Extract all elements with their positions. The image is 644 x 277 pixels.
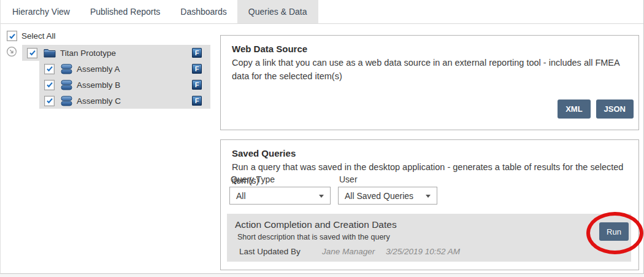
json-button[interactable]: JSON bbox=[596, 99, 634, 119]
query-type-label: Query Type bbox=[231, 174, 331, 184]
saved-queries-panel: Saved Queries Run a query that was saved… bbox=[220, 139, 639, 270]
tree-row-titan-prototype[interactable]: Titan Prototype F bbox=[22, 45, 210, 61]
fmea-badge-icon[interactable]: F bbox=[192, 64, 202, 74]
last-updated-label: Last Updated By bbox=[239, 247, 322, 256]
saved-query-row: Action Completion and Creation Dates Sho… bbox=[227, 214, 631, 262]
chevron-down-icon bbox=[426, 195, 431, 198]
check-icon bbox=[46, 81, 53, 88]
query-type-value: All bbox=[236, 191, 246, 201]
tree-item-label: Assembly A bbox=[77, 64, 120, 74]
assembly-c-checkbox[interactable] bbox=[44, 96, 55, 106]
tree-row-assembly-c[interactable]: Assembly C F bbox=[39, 93, 210, 109]
query-type-select[interactable]: All bbox=[229, 187, 331, 205]
titan-prototype-checkbox[interactable] bbox=[27, 48, 37, 58]
export-buttons: XML JSON bbox=[558, 99, 634, 119]
fmea-badge-icon[interactable]: F bbox=[192, 48, 202, 58]
web-data-source-panel: Web Data Source Copy a link that you can… bbox=[220, 35, 639, 130]
panel-title: Saved Queries bbox=[232, 148, 627, 158]
tree-row-assembly-a[interactable]: Assembly A F bbox=[39, 61, 210, 77]
assembly-b-checkbox[interactable] bbox=[44, 80, 55, 90]
run-button[interactable]: Run bbox=[599, 222, 629, 241]
chevron-down-icon bbox=[319, 195, 324, 198]
select-all-row: Select All bbox=[7, 31, 56, 41]
user-label: User bbox=[339, 174, 437, 184]
tree-item-label: Assembly B bbox=[77, 80, 120, 90]
tab-bar: Hierarchy View Published Reports Dashboa… bbox=[1, 0, 643, 24]
tree-item-label: Assembly C bbox=[77, 96, 121, 106]
last-updated-by: Jane Manager bbox=[322, 247, 386, 256]
assembly-stack-icon bbox=[61, 96, 72, 106]
assembly-stack-icon bbox=[61, 64, 72, 74]
tab-dashboards[interactable]: Dashboards bbox=[171, 0, 237, 23]
select-all-checkbox[interactable] bbox=[7, 31, 17, 41]
fmea-badge-icon[interactable]: F bbox=[192, 96, 202, 106]
tab-published-reports[interactable]: Published Reports bbox=[80, 0, 170, 23]
tab-hierarchy-view[interactable]: Hierarchy View bbox=[2, 0, 80, 23]
check-icon bbox=[46, 65, 53, 72]
assembly-a-checkbox[interactable] bbox=[44, 64, 55, 74]
app-window: Hierarchy View Published Reports Dashboa… bbox=[0, 0, 644, 274]
check-icon bbox=[29, 49, 36, 57]
fmea-badge-icon[interactable]: F bbox=[192, 80, 202, 90]
user-value: All Saved Queries bbox=[345, 191, 413, 201]
folder-icon bbox=[44, 48, 56, 58]
query-type-field: Query Type All bbox=[229, 174, 331, 205]
user-field: User All Saved Queries bbox=[338, 174, 437, 205]
panel-title: Web Data Source bbox=[232, 44, 627, 54]
panel-description: Copy a link that you can use as a web da… bbox=[232, 56, 627, 83]
tree-row-assembly-b[interactable]: Assembly B F bbox=[39, 77, 210, 93]
tree-item-label: Titan Prototype bbox=[60, 49, 116, 58]
query-description: Short description that is saved with the… bbox=[227, 230, 631, 241]
collapse-node-icon[interactable] bbox=[6, 46, 17, 57]
last-updated-at: 3/25/2019 10:52 AM bbox=[386, 247, 460, 256]
query-title: Action Completion and Creation Dates bbox=[227, 214, 631, 230]
select-all-label: Select All bbox=[21, 31, 56, 41]
assembly-stack-icon bbox=[61, 80, 72, 90]
query-meta: Last Updated By Jane Manager 3/25/2019 1… bbox=[227, 241, 631, 256]
check-icon bbox=[9, 33, 16, 40]
xml-button[interactable]: XML bbox=[558, 99, 590, 119]
check-icon bbox=[46, 97, 53, 104]
query-filters: Query Type All User All Saved Queries bbox=[229, 174, 437, 205]
tab-queries-data[interactable]: Queries & Data bbox=[237, 0, 318, 23]
user-select[interactable]: All Saved Queries bbox=[338, 187, 437, 205]
